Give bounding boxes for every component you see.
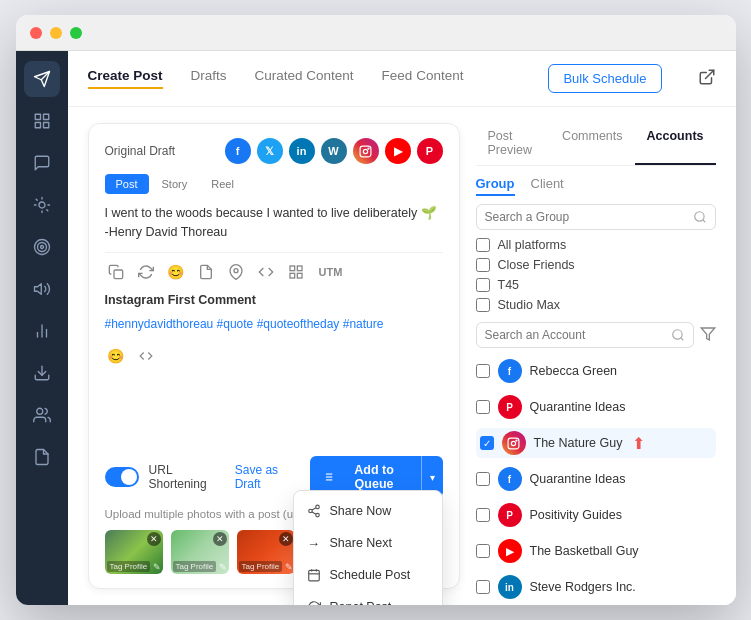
svg-point-6	[39, 202, 45, 208]
copy-icon[interactable]	[105, 261, 127, 283]
sidebar-item-chart[interactable]	[24, 313, 60, 349]
sidebar-item-star[interactable]	[24, 187, 60, 223]
grid-icon[interactable]	[285, 261, 307, 283]
sidebar-item-target[interactable]	[24, 229, 60, 265]
svg-rect-43	[308, 570, 319, 581]
pinterest-icon[interactable]: P	[417, 138, 443, 164]
tab-drafts[interactable]: Drafts	[191, 68, 227, 89]
account-checkbox-the-nature-guy[interactable]: ✓	[480, 436, 494, 450]
post-tab-story[interactable]: Story	[151, 174, 199, 194]
close-dot[interactable]	[30, 27, 42, 39]
svg-rect-2	[35, 114, 40, 119]
account-avatar-the-nature-guy	[502, 431, 526, 455]
sidebar-item-document[interactable]	[24, 439, 60, 475]
sidebar-item-grid[interactable]	[24, 103, 60, 139]
utm-button[interactable]: UTM	[319, 266, 343, 278]
account-item-quarantine-ideas-2: f Quarantine Ideas	[476, 464, 716, 494]
sidebar-item-people[interactable]	[24, 397, 60, 433]
account-name-positivity-guides: Positivity Guides	[530, 508, 622, 522]
url-shortening-toggle[interactable]	[105, 467, 139, 487]
maximize-dot[interactable]	[70, 27, 82, 39]
account-name-quarantine-ideas-2: Quarantine Ideas	[530, 472, 626, 486]
account-checkbox-quarantine-ideas-1[interactable]	[476, 400, 490, 414]
account-checkbox-positivity-guides[interactable]	[476, 508, 490, 522]
account-checkbox-the-basketball-guy[interactable]	[476, 544, 490, 558]
account-avatar-quarantine-ideas-2: f	[498, 467, 522, 491]
wordpress-icon[interactable]: W	[321, 138, 347, 164]
share-now-option[interactable]: Share Now	[294, 495, 442, 527]
file-icon[interactable]	[195, 261, 217, 283]
sidebar-item-megaphone[interactable]	[24, 271, 60, 307]
bulk-schedule-button[interactable]: Bulk Schedule	[548, 64, 661, 93]
filter-icon[interactable]	[700, 326, 716, 345]
post-tab-reel[interactable]: Reel	[200, 174, 245, 194]
account-checkbox-steve-rodgers[interactable]	[476, 580, 490, 594]
tab-feed-content[interactable]: Feed Content	[382, 68, 464, 89]
svg-point-39	[308, 509, 312, 513]
minimize-dot[interactable]	[50, 27, 62, 39]
account-checkbox-quarantine-ideas-2[interactable]	[476, 472, 490, 486]
youtube-icon[interactable]: ▶	[385, 138, 411, 164]
save-draft-button[interactable]: Save as Draft	[235, 463, 300, 491]
tab-accounts[interactable]: Accounts	[635, 123, 716, 165]
content-area: Original Draft f 𝕏 in W ▶ P	[68, 107, 736, 605]
thumbnail-close-1[interactable]: ✕	[147, 532, 161, 546]
sidebar-item-download[interactable]	[24, 355, 60, 391]
recycle-icon[interactable]	[135, 261, 157, 283]
platform-t45-checkbox[interactable]	[476, 278, 490, 292]
platform-close-friends-checkbox[interactable]	[476, 258, 490, 272]
share-icon[interactable]	[698, 68, 716, 90]
emoji-icon[interactable]: 😊	[165, 261, 187, 283]
thumbnail-1[interactable]: ✕ Tag Profile ✎	[105, 530, 163, 574]
thumbnail-3[interactable]: ✕ Tag Profile ✎	[237, 530, 295, 574]
comment-emoji-icon[interactable]: 😊	[105, 345, 127, 367]
tab-create-post[interactable]: Create Post	[88, 68, 163, 89]
platform-all-checkbox[interactable]	[476, 238, 490, 252]
facebook-icon[interactable]: f	[225, 138, 251, 164]
post-type-tabs: Post Story Reel	[105, 174, 443, 194]
tab-curated-content[interactable]: Curated Content	[255, 68, 354, 89]
repet-post-option[interactable]: Repet Post	[294, 591, 442, 605]
svg-point-40	[315, 513, 319, 517]
instagram-icon[interactable]	[353, 138, 379, 164]
linkedin-icon[interactable]: in	[289, 138, 315, 164]
svg-rect-26	[114, 270, 123, 279]
svg-point-53	[511, 441, 515, 445]
svg-rect-29	[297, 266, 302, 271]
schedule-post-option[interactable]: Schedule Post	[294, 559, 442, 591]
account-name-steve-rodgers: Steve Rodgers Inc.	[530, 580, 636, 594]
platform-studio-max-checkbox[interactable]	[476, 298, 490, 312]
thumbnail-edit-2[interactable]: ✎	[219, 562, 227, 572]
svg-point-54	[516, 439, 517, 440]
thumbnail-edit-1[interactable]: ✎	[153, 562, 161, 572]
share-now-icon	[306, 503, 322, 519]
thumbnail-close-2[interactable]: ✕	[213, 532, 227, 546]
location-icon[interactable]	[225, 261, 247, 283]
account-checkbox-rebecca-green[interactable]	[476, 364, 490, 378]
svg-point-14	[37, 243, 46, 252]
title-bar	[16, 15, 736, 51]
thumbnail-close-3[interactable]: ✕	[279, 532, 293, 546]
code-icon[interactable]	[255, 261, 277, 283]
tab-comments[interactable]: Comments	[550, 123, 634, 165]
svg-rect-4	[35, 123, 40, 128]
twitter-icon[interactable]: 𝕏	[257, 138, 283, 164]
sidebar-item-message[interactable]	[24, 145, 60, 181]
account-item-positivity-guides: P Positivity Guides	[476, 500, 716, 530]
post-tab-post[interactable]: Post	[105, 174, 149, 194]
post-text: I went to the woods because I wanted to …	[105, 204, 443, 242]
thumbnail-edit-3[interactable]: ✎	[285, 562, 293, 572]
sidebar-item-send[interactable]	[24, 61, 60, 97]
search-group-input[interactable]	[485, 210, 687, 224]
gc-tab-group[interactable]: Group	[476, 176, 515, 196]
main-content: Create Post Drafts Curated Content Feed …	[68, 51, 736, 605]
platform-close-friends: Close Friends	[476, 258, 716, 272]
app-window: Create Post Drafts Curated Content Feed …	[16, 15, 736, 605]
gc-tab-client[interactable]: Client	[531, 176, 564, 196]
platform-close-friends-label: Close Friends	[498, 258, 575, 272]
comment-code-icon[interactable]	[135, 345, 157, 367]
tab-post-preview[interactable]: Post Preview	[476, 123, 551, 165]
share-next-option[interactable]: → Share Next	[294, 527, 442, 559]
accounts-search-input[interactable]	[485, 328, 667, 342]
thumbnail-2[interactable]: ✕ Tag Profile ✎	[171, 530, 229, 574]
